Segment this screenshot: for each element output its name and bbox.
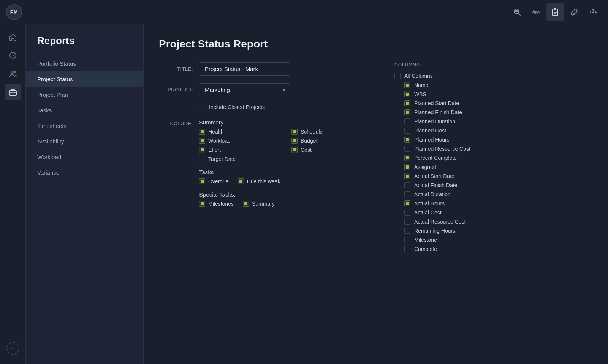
column-planned-finish-date[interactable]: Planned Finish Date bbox=[394, 109, 551, 115]
nav-home[interactable] bbox=[5, 29, 21, 46]
nav-briefcase[interactable] bbox=[5, 84, 21, 100]
col-actual-resource-cost-checkbox[interactable] bbox=[404, 219, 410, 225]
col-planned-cost-label: Planned Cost bbox=[414, 128, 446, 134]
col-actual-start-checkbox[interactable] bbox=[404, 173, 410, 179]
clipboard-toolbar-btn[interactable] bbox=[546, 3, 564, 21]
effort-checkbox[interactable] bbox=[199, 147, 205, 153]
sidebar-item-variance[interactable]: Variance bbox=[26, 165, 143, 180]
project-select[interactable]: Marketing Engineering Design Sales bbox=[199, 83, 290, 96]
project-select-wrapper: Marketing Engineering Design Sales ▼ bbox=[199, 83, 290, 96]
column-actual-resource-cost[interactable]: Actual Resource Cost bbox=[394, 219, 551, 225]
project-row: PROJECT: Marketing Engineering Design Sa… bbox=[159, 83, 372, 96]
column-planned-hours[interactable]: Planned Hours bbox=[394, 137, 551, 143]
svg-rect-11 bbox=[592, 12, 594, 13]
include-section: INCLUDE: Summary Health Schedule bbox=[159, 119, 372, 207]
col-milestone-checkbox[interactable] bbox=[404, 237, 410, 243]
sidebar-item-project-status[interactable]: Project Status bbox=[26, 71, 143, 87]
column-planned-duration[interactable]: Planned Duration bbox=[394, 118, 551, 124]
column-milestone[interactable]: Milestone bbox=[394, 237, 551, 243]
col-planned-resource-cost-label: Planned Resource Cost bbox=[414, 146, 470, 152]
include-closed-checkbox[interactable] bbox=[199, 104, 205, 110]
include-closed-row: Include Closed Projects bbox=[199, 104, 372, 110]
sidebar: Reports Portfolio Status Project Status … bbox=[26, 24, 144, 364]
svg-rect-20 bbox=[10, 91, 16, 95]
column-actual-start-date[interactable]: Actual Start Date bbox=[394, 173, 551, 179]
overdue-checkbox[interactable] bbox=[199, 178, 205, 184]
column-planned-start-date[interactable]: Planned Start Date bbox=[394, 100, 551, 106]
col-planned-duration-checkbox[interactable] bbox=[404, 118, 410, 124]
col-planned-hours-checkbox[interactable] bbox=[404, 137, 410, 143]
health-checkbox[interactable] bbox=[199, 129, 205, 135]
include-cost-item: Cost bbox=[291, 147, 372, 153]
summary-label: Summary bbox=[252, 201, 275, 207]
columns-label: COLUMNS: bbox=[394, 62, 554, 68]
sidebar-menu: Portfolio Status Project Status Project … bbox=[26, 56, 143, 180]
column-wbs[interactable]: WBS bbox=[394, 91, 551, 97]
special-tasks-group-title: Special Tasks: bbox=[199, 191, 372, 198]
search-toolbar-btn[interactable] bbox=[508, 3, 526, 21]
col-actual-hours-checkbox[interactable] bbox=[404, 200, 410, 206]
waveform-toolbar-btn[interactable] bbox=[527, 3, 545, 21]
column-name[interactable]: Name bbox=[394, 82, 551, 88]
col-complete-checkbox[interactable] bbox=[404, 246, 410, 252]
column-planned-resource-cost[interactable]: Planned Resource Cost bbox=[394, 146, 551, 152]
column-actual-duration[interactable]: Actual Duration bbox=[394, 191, 551, 197]
target-date-label: Target Date bbox=[208, 156, 236, 162]
col-actual-cost-checkbox[interactable] bbox=[404, 210, 410, 216]
nav-team[interactable] bbox=[5, 65, 21, 82]
col-assigned-label: Assigned bbox=[414, 164, 436, 170]
page-title: Project Status Report bbox=[159, 38, 593, 50]
sidebar-item-tasks[interactable]: Tasks bbox=[26, 102, 143, 118]
col-actual-finish-label: Actual Finish Date bbox=[414, 182, 458, 188]
due-this-week-checkbox[interactable] bbox=[238, 178, 244, 184]
col-name-checkbox[interactable] bbox=[404, 82, 410, 88]
title-input[interactable] bbox=[199, 62, 290, 76]
col-planned-cost-checkbox[interactable] bbox=[404, 128, 410, 134]
nav-clock[interactable] bbox=[5, 47, 21, 64]
col-planned-resource-cost-checkbox[interactable] bbox=[404, 146, 410, 152]
hierarchy-toolbar-btn[interactable] bbox=[584, 3, 602, 21]
sidebar-item-availability[interactable]: Availability bbox=[26, 134, 143, 149]
sidebar-item-workload[interactable]: Workload bbox=[26, 149, 143, 165]
col-planned-finish-checkbox[interactable] bbox=[404, 109, 410, 115]
col-percent-complete-checkbox[interactable] bbox=[404, 155, 410, 161]
main-layout: + Reports Portfolio Status Project Statu… bbox=[0, 24, 608, 364]
col-assigned-checkbox[interactable] bbox=[404, 164, 410, 170]
col-actual-hours-label: Actual Hours bbox=[414, 200, 445, 206]
column-assigned[interactable]: Assigned bbox=[394, 164, 551, 170]
link-toolbar-btn[interactable] bbox=[565, 3, 583, 21]
column-complete[interactable]: Complete bbox=[394, 246, 551, 252]
column-all-columns[interactable]: All Columns bbox=[394, 73, 551, 79]
column-actual-cost[interactable]: Actual Cost bbox=[394, 210, 551, 216]
col-planned-start-checkbox[interactable] bbox=[404, 100, 410, 106]
workload-checkbox[interactable] bbox=[199, 138, 205, 144]
include-content: Summary Health Schedule bbox=[199, 119, 372, 207]
app-logo[interactable]: PM bbox=[6, 4, 22, 20]
column-actual-finish-date[interactable]: Actual Finish Date bbox=[394, 182, 551, 188]
column-percent-complete[interactable]: Percent Complete bbox=[394, 155, 551, 161]
target-date-checkbox[interactable] bbox=[199, 156, 205, 162]
cost-checkbox[interactable] bbox=[291, 147, 298, 153]
summary-checkbox[interactable] bbox=[243, 201, 249, 207]
col-actual-duration-label: Actual Duration bbox=[414, 191, 451, 197]
add-nav-btn[interactable]: + bbox=[6, 342, 19, 355]
col-actual-finish-checkbox[interactable] bbox=[404, 182, 410, 188]
schedule-label: Schedule bbox=[301, 129, 323, 135]
col-remaining-hours-checkbox[interactable] bbox=[404, 228, 410, 234]
include-milestones-item: Milestones bbox=[199, 201, 234, 207]
column-remaining-hours[interactable]: Remaining Hours bbox=[394, 228, 551, 234]
col-planned-start-label: Planned Start Date bbox=[414, 100, 459, 106]
sidebar-item-portfolio-status[interactable]: Portfolio Status bbox=[26, 56, 143, 71]
overdue-label: Overdue bbox=[208, 178, 229, 184]
budget-checkbox[interactable] bbox=[291, 138, 298, 144]
column-planned-cost[interactable]: Planned Cost bbox=[394, 128, 551, 134]
milestones-checkbox[interactable] bbox=[199, 201, 205, 207]
schedule-checkbox[interactable] bbox=[291, 129, 298, 135]
col-actual-duration-checkbox[interactable] bbox=[404, 191, 410, 197]
sidebar-item-project-plan[interactable]: Project Plan bbox=[26, 87, 143, 102]
column-actual-hours[interactable]: Actual Hours bbox=[394, 200, 551, 206]
sidebar-item-timesheets[interactable]: Timesheets bbox=[26, 118, 143, 134]
all-columns-checkbox[interactable] bbox=[394, 73, 401, 79]
col-wbs-label: WBS bbox=[414, 91, 426, 97]
col-wbs-checkbox[interactable] bbox=[404, 91, 410, 97]
